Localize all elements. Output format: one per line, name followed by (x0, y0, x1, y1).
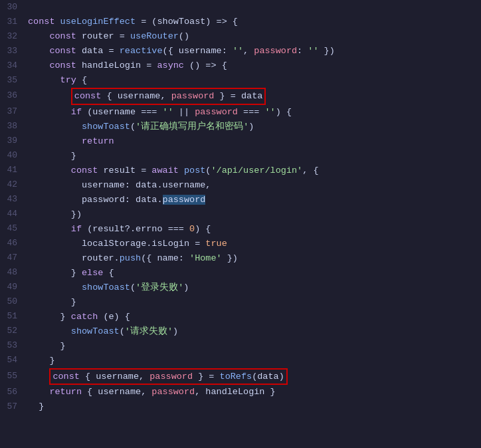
code-line-53: 53 } (0, 339, 481, 354)
line-number: 52 (3, 324, 28, 338)
line-content: } (28, 295, 478, 310)
line-content: password: data.password (28, 193, 478, 207)
line-content: } else { (28, 266, 478, 280)
line-number: 30 (3, 1, 28, 15)
line-content: return (28, 134, 478, 149)
code-line-46: 46 localStorage.isLogin = true (0, 237, 481, 251)
code-line-43: 43 password: data.password (0, 193, 481, 207)
code-line-57: 57 } (0, 399, 481, 414)
line-content: const { username, password } = data (28, 88, 478, 105)
code-line-32: 32 const router = useRouter() (0, 29, 481, 44)
line-content: } (28, 354, 478, 368)
line-content: username: data.username, (28, 178, 478, 193)
code-editor: 30 31 const useLoginEffect = (showToast)… (0, 0, 481, 414)
code-line-50: 50 } (0, 295, 481, 310)
line-content: showToast('请求失败') (28, 324, 478, 339)
code-line-52: 52 showToast('请求失败') (0, 324, 481, 339)
line-number: 53 (3, 339, 28, 353)
line-number: 45 (3, 222, 28, 236)
line-number: 35 (3, 74, 28, 88)
line-number: 48 (3, 266, 28, 280)
code-line-51: 51 } catch (e) { (0, 310, 481, 324)
code-line-42: 42 username: data.username, (0, 178, 481, 193)
code-line-33: 33 const data = reactive({ username: '',… (0, 44, 481, 58)
line-content: localStorage.isLogin = true (28, 237, 478, 251)
line-content: } catch (e) { (28, 310, 478, 324)
code-line-55: 55 const { username, password } = toRefs… (0, 368, 481, 386)
line-number: 57 (3, 400, 28, 414)
line-number: 56 (3, 386, 28, 399)
code-line-37: 37 if (username === '' || password === '… (0, 105, 481, 120)
line-content: showToast('登录失败') (28, 280, 478, 295)
line-content: }) (28, 207, 478, 222)
code-line-35: 35 try { (0, 73, 481, 88)
line-number: 39 (3, 134, 28, 148)
line-number: 44 (3, 207, 28, 221)
code-line-36: 36 const { username, password } = data (0, 88, 481, 105)
line-content: router.push({ name: 'Home' }) (28, 251, 478, 266)
code-line-39: 39 return (0, 134, 481, 149)
line-number: 54 (3, 354, 28, 368)
code-line-54: 54 } (0, 354, 481, 368)
line-content: const result = await post('/api/user/log… (28, 164, 478, 178)
code-line-49: 49 showToast('登录失败') (0, 280, 481, 295)
line-content: const { username, password } = toRefs(da… (28, 368, 478, 386)
line-content: const router = useRouter() (28, 29, 478, 44)
line-content: const handleLogin = async () => { (28, 58, 478, 73)
line-number: 47 (3, 251, 28, 265)
line-number: 51 (3, 310, 28, 324)
code-line-44: 44 }) (0, 207, 481, 222)
line-number: 55 (3, 370, 28, 384)
line-number: 40 (3, 149, 28, 163)
line-number: 33 (3, 45, 28, 58)
line-number: 42 (3, 178, 28, 192)
line-content: return { username, password, handleLogin… (28, 385, 478, 399)
line-content: const useLoginEffect = (showToast) => { (28, 15, 478, 29)
line-number: 37 (3, 105, 28, 119)
line-number: 41 (3, 164, 28, 177)
code-line-41: 41 const result = await post('/api/user/… (0, 164, 481, 178)
line-content: } (28, 149, 478, 164)
line-number: 49 (3, 280, 28, 294)
code-line-38: 38 showToast('请正确填写用户名和密码') (0, 120, 481, 134)
line-number: 32 (3, 30, 28, 44)
line-number: 50 (3, 295, 28, 309)
line-content: } (28, 339, 478, 354)
code-line-48: 48 } else { (0, 266, 481, 280)
code-line-30: 30 (0, 0, 481, 15)
line-content: if (result?.errno === 0) { (28, 222, 478, 237)
line-number: 31 (3, 15, 28, 29)
line-number: 34 (3, 59, 28, 73)
code-line-31: 31 const useLoginEffect = (showToast) =>… (0, 15, 481, 29)
line-number: 46 (3, 237, 28, 251)
line-content: const data = reactive({ username: '', pa… (28, 44, 478, 58)
code-line-45: 45 if (result?.errno === 0) { (0, 222, 481, 237)
line-content: if (username === '' || password === '') … (28, 105, 478, 120)
line-number: 36 (3, 89, 28, 103)
line-content: } (28, 399, 478, 414)
code-line-56: 56 return { username, password, handleLo… (0, 385, 481, 399)
line-number: 43 (3, 193, 28, 207)
code-line-34: 34 const handleLogin = async () => { (0, 58, 481, 73)
code-line-47: 47 router.push({ name: 'Home' }) (0, 251, 481, 266)
line-number: 38 (3, 120, 28, 134)
line-content: showToast('请正确填写用户名和密码') (28, 120, 478, 134)
line-content: try { (28, 73, 478, 88)
code-line-40: 40 } (0, 149, 481, 164)
